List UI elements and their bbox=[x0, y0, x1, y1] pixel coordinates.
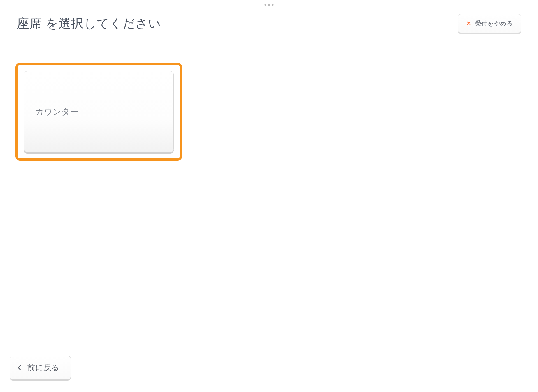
page-title: 座席 を選択してください bbox=[17, 15, 161, 32]
back-button[interactable]: 前に戻る bbox=[10, 356, 71, 379]
chevron-left-icon bbox=[18, 365, 23, 370]
cancel-button-label: 受付をやめる bbox=[475, 19, 513, 28]
seat-highlight-frame: カウンター bbox=[15, 63, 182, 161]
back-button-label: 前に戻る bbox=[27, 362, 59, 373]
content-area: カウンター bbox=[0, 47, 538, 176]
close-icon: ✕ bbox=[466, 20, 472, 27]
header: 座席 を選択してください ✕ 受付をやめる bbox=[0, 0, 538, 47]
seat-option-counter[interactable]: カウンター bbox=[24, 71, 174, 152]
cancel-reception-button[interactable]: ✕ 受付をやめる bbox=[458, 14, 521, 33]
footer: 前に戻る bbox=[10, 356, 71, 379]
seat-option-label: カウンター bbox=[35, 106, 78, 118]
